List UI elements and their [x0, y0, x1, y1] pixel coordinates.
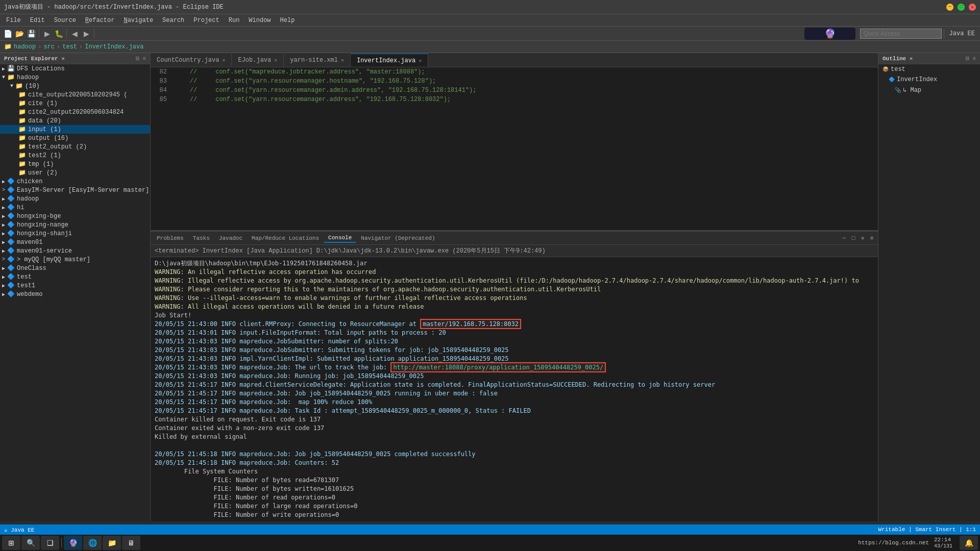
tree-chicken[interactable]: ▶ 🔷 chicken: [0, 177, 150, 186]
tree-maven01[interactable]: ▶ 🔷 maven01: [0, 238, 150, 246]
console-tab-console[interactable]: Console: [324, 234, 356, 243]
menu-bar: File Edit Source Refactor Navigate Searc…: [0, 14, 980, 27]
tab-invertindex-close[interactable]: ✕: [419, 58, 422, 64]
console-maximize-btn[interactable]: □: [849, 234, 857, 242]
outline-invertindex[interactable]: 🔷 InvertIndex: [878, 74, 980, 85]
menu-help[interactable]: Help: [276, 16, 299, 25]
start-button[interactable]: ⊞: [2, 536, 20, 550]
minimize-button[interactable]: ─: [946, 4, 953, 11]
outline-test[interactable]: 📦 test: [878, 64, 980, 74]
console-line-splits: 20/05/15 21:43:03 INFO mapreduce.JobSubm…: [155, 337, 874, 346]
menu-search[interactable]: Search: [158, 16, 188, 25]
menu-navigate[interactable]: Navigate: [119, 16, 157, 25]
menu-project[interactable]: Project: [189, 16, 223, 25]
console-line-taskid: 20/05/15 21:45:17 INFO mapreduce.Job: Ta…: [155, 407, 874, 415]
tree-hongxing-nange[interactable]: ▶ 🔷 hongxing-nange: [0, 220, 150, 229]
search-button[interactable]: 🔍: [21, 536, 40, 550]
tree-test2[interactable]: 📁test2 (1): [0, 151, 150, 160]
menu-run[interactable]: Run: [225, 16, 244, 25]
tree-hi[interactable]: ▶ 🔷 hi: [0, 203, 150, 212]
tree-input[interactable]: 📁input (1): [0, 125, 150, 134]
console-menu-btn[interactable]: ≡: [868, 234, 876, 242]
tree-maven01-service[interactable]: ▶ 🔷 maven01-service: [0, 246, 150, 255]
taskbar-chrome[interactable]: 🌐: [83, 536, 102, 550]
tree-webdemo[interactable]: ▶ 🔷 webdemo: [0, 290, 150, 298]
toolbar-back[interactable]: ◀: [69, 28, 80, 39]
breadcrumb-file[interactable]: InvertIndex.java: [85, 43, 143, 51]
tree-cite-output[interactable]: 📁cite_output20200510202945 (: [0, 90, 150, 99]
menu-window[interactable]: Window: [244, 16, 275, 25]
title-bar: java初级项目 - hadoop/src/test/InvertIndex.j…: [0, 0, 980, 14]
tab-ejob-close[interactable]: ✕: [274, 57, 277, 63]
maximize-button[interactable]: □: [958, 4, 965, 11]
menu-source[interactable]: Source: [50, 16, 80, 25]
menu-refactor[interactable]: Refactor: [81, 16, 119, 25]
tab-yarn-close[interactable]: ✕: [341, 57, 344, 63]
toolbar-debug[interactable]: 🐛: [53, 28, 64, 39]
tree-test1[interactable]: ▶ 🔷 test1: [0, 281, 150, 290]
quick-access-input[interactable]: [860, 29, 942, 39]
tab-ejob[interactable]: EJob.java ✕: [232, 54, 284, 67]
tree-data[interactable]: 📁data (20): [0, 116, 150, 125]
console-output[interactable]: D:\java初级项目\hadoop\bin\tmp\EJob-11925017…: [151, 257, 878, 521]
breadcrumb-src[interactable]: src: [43, 43, 55, 51]
taskbar-terminal[interactable]: 🖥: [122, 536, 140, 550]
tree-dfs-locations[interactable]: ▶ 💾 DFS Locations: [0, 64, 150, 73]
tree-cite[interactable]: 📁cite (1): [0, 99, 150, 108]
console-tab-navigator[interactable]: Navigator (Deprecated): [357, 234, 439, 242]
tree-hongxing-bge[interactable]: ▶ 🔷 hongxing-bge: [0, 212, 150, 220]
console-tab-problems[interactable]: Problems: [153, 234, 188, 242]
tree-hadoop-10[interactable]: ▼ 📁 (10): [0, 82, 150, 90]
toolbar-new[interactable]: 📄: [2, 28, 13, 39]
toolbar-forward[interactable]: ▶: [81, 28, 92, 39]
taskbar-notification[interactable]: 🔔: [960, 536, 978, 550]
tab-invertindex[interactable]: InvertIndex.java ✕: [351, 54, 428, 67]
status-bar: ☕ Java EE Writable | Smart Insert | 1:1: [0, 524, 980, 535]
tree-cite2[interactable]: 📁cite2_output20200506034824: [0, 108, 150, 116]
tab-countcountry-close[interactable]: ✕: [222, 57, 225, 63]
tree-myqq[interactable]: > 🔷 > myQQ [myQQ master]: [0, 255, 150, 264]
tree-hadoop-root[interactable]: ▼ 📁 hadoop: [0, 73, 150, 82]
tab-yarn[interactable]: yarn-site.xml ✕: [284, 54, 351, 67]
toolbar-run[interactable]: ▶: [41, 28, 53, 39]
tree-test2-output[interactable]: 📁test2_output (2): [0, 142, 150, 151]
toolbar-open[interactable]: 📂: [14, 28, 25, 39]
tree-output[interactable]: 📁output (16): [0, 134, 150, 142]
taskview-button[interactable]: ❑: [41, 536, 59, 550]
console-tab-javadoc[interactable]: Javadoc: [215, 234, 247, 242]
breadcrumb-test[interactable]: test: [62, 43, 77, 51]
tree-tmp[interactable]: 📁tmp (1): [0, 160, 150, 168]
tree-test[interactable]: ▶ 🔷 test: [0, 272, 150, 281]
console-close-btn[interactable]: ✕: [859, 234, 867, 242]
outline-map[interactable]: 📎 ↳ Map: [878, 85, 980, 95]
breadcrumb-hadoop[interactable]: hadoop: [14, 43, 36, 51]
console-terminated-text: <terminated> InvertIndex [Java Applicati…: [155, 247, 546, 255]
tree-hongxing-shanji[interactable]: ▶ 🔷 hongxing-shanji: [0, 229, 150, 238]
console-tab-mapreduce[interactable]: Map/Reduce Locations: [248, 234, 323, 242]
code-editor[interactable]: 82 // conf.set("mapreduce.jobtracker.add…: [151, 67, 878, 230]
menu-file[interactable]: File: [2, 16, 25, 25]
highlight-trackurl[interactable]: http://master:18088/proxy/application_15…: [390, 362, 606, 372]
tab-countcountry-label: CountCountry.java: [157, 57, 219, 64]
console-minimize-btn[interactable]: ─: [840, 234, 848, 242]
tab-countcountry[interactable]: CountCountry.java ✕: [151, 54, 232, 67]
close-button[interactable]: ✕: [969, 4, 976, 11]
tree-easyim[interactable]: > 🔷 EasyIM-Server [EasyIM-Server master]: [0, 186, 150, 194]
toolbar-save[interactable]: 💾: [26, 28, 37, 39]
code-line-84: 84 // conf.set("yarn.resourcemanager.adm…: [151, 86, 878, 95]
outline-map-icon: 📎: [895, 87, 901, 93]
toolbar: 📄 📂 💾 ▶ 🐛 ◀ ▶ 🔮 Java EE: [0, 27, 980, 41]
menu-edit[interactable]: Edit: [26, 16, 49, 25]
taskbar-eclipse[interactable]: 🔮: [64, 536, 82, 550]
tree-hadoop-project[interactable]: ▶ 🔷 hadoop: [0, 194, 150, 203]
taskbar-network: https://blog.csdn.net: [858, 540, 929, 546]
console-tab-tasks[interactable]: Tasks: [189, 234, 214, 242]
console-line-completed: 20/05/15 21:45:18 INFO mapreduce.Job: Jo…: [155, 450, 874, 459]
console-line-large-read: FILE: Number of large read operations=0: [155, 502, 874, 511]
console-line-read-ops: FILE: Number of read operations=0: [155, 493, 874, 502]
tree-oneclass[interactable]: ▶ 🔷 OneClass: [0, 264, 150, 272]
outline-controls: ⊟ ≡: [966, 55, 976, 62]
console-terminated-line: <terminated> InvertIndex [Java Applicati…: [151, 245, 878, 257]
taskbar-files[interactable]: 📁: [103, 536, 121, 550]
tree-user[interactable]: 📁user (2): [0, 168, 150, 177]
